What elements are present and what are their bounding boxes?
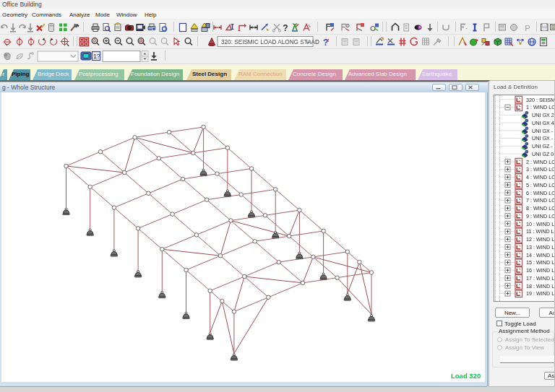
svg-text:UNI GZ 0: UNI GZ 0 [532, 151, 554, 157]
svg-text:7 : WIND LO: 7 : WIND LO [526, 197, 555, 204]
svg-text:UNI GX -: UNI GX - [532, 135, 554, 141]
svg-text:14 : WIND LO: 14 : WIND LO [526, 252, 555, 258]
svg-text:18 : WIND LO: 18 : WIND LO [526, 283, 555, 289]
svg-text:16 : WIND LO: 16 : WIND LO [526, 267, 555, 274]
svg-text:6 : WIND LO: 6 : WIND LO [526, 190, 555, 196]
svg-text:9 : WIND LO: 9 : WIND LO [526, 213, 555, 219]
svg-text:11 : WIND LO: 11 : WIND LO [526, 228, 555, 235]
svg-text:320 : SEISMIC: 320 : SEISMIC [526, 97, 555, 103]
svg-text:UNI GX 4: UNI GX 4 [532, 120, 554, 126]
svg-text:19 : WIND LO: 19 : WIND LO [526, 290, 555, 297]
svg-text:1 : WIND LO: 1 : WIND LO [526, 104, 555, 110]
svg-text:2 : WIND LO: 2 : WIND LO [526, 159, 555, 165]
svg-text:8 : WIND LO: 8 : WIND LO [526, 205, 555, 212]
svg-text:10 : WIND LO: 10 : WIND LO [526, 221, 555, 227]
svg-text:UNI GZ -: UNI GZ - [532, 143, 553, 149]
svg-text:3 : WIND LO: 3 : WIND LO [526, 166, 555, 173]
svg-text:UNI GX 2: UNI GX 2 [532, 112, 554, 118]
svg-text:4 : WIND LO: 4 : WIND LO [526, 174, 555, 180]
svg-text:15 : WIND LO: 15 : WIND LO [526, 259, 555, 266]
svg-text:12 : WIND LO: 12 : WIND LO [526, 236, 555, 243]
svg-text:17 : WIND LO: 17 : WIND LO [526, 275, 555, 282]
svg-text:Load 320: Load 320 [451, 372, 481, 380]
svg-text:5 : WIND LO: 5 : WIND LO [526, 182, 555, 188]
svg-text:UNI GX -: UNI GX - [532, 128, 554, 134]
svg-text:13 : WIND LO: 13 : WIND LO [526, 244, 555, 251]
